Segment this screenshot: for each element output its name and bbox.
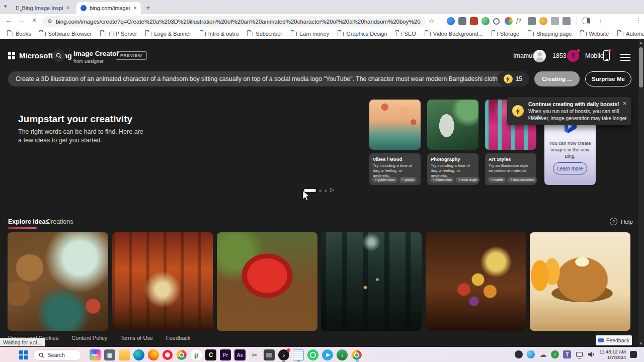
bookmark-folder[interactable]: Graphics Design [338, 31, 387, 37]
bookmark-folder[interactable]: Automatically Adio... [617, 31, 644, 37]
prompt-input[interactable]: Create a 3D illustration of an animated … [8, 71, 529, 86]
screen-capture-icon[interactable] [264, 349, 275, 360]
bookmark-folder[interactable]: Earn money [291, 31, 329, 37]
surprise-me-button[interactable]: Surprise Me [585, 71, 631, 86]
bookmark-folder[interactable]: Video Background... [425, 31, 483, 37]
tab-search-chevron-icon[interactable]: ▾ [4, 3, 7, 10]
teams-icon[interactable]: T [563, 350, 571, 358]
page-scrollbar[interactable]: ▲ ▼ [638, 39, 644, 347]
avatar[interactable] [533, 50, 546, 62]
gallery-image-red-maple-leaf[interactable] [217, 232, 317, 331]
toast-close-icon[interactable]: × [623, 100, 626, 107]
idea-card-art-styles[interactable]: Art Styles Try an illustration style, ar… [485, 153, 536, 185]
learn-more-button[interactable]: Learn more [553, 162, 587, 174]
footer-link-content-policy[interactable]: Content Policy [71, 335, 107, 341]
idm-icon[interactable]: ↓ [337, 349, 348, 360]
opera-icon[interactable] [163, 350, 173, 360]
tag-pill[interactable]: + wide angle [456, 177, 479, 183]
tab-inspiration-feed[interactable]: Bing Image Inspiration Feed × [12, 2, 73, 14]
gallery-image-cornucopia[interactable] [426, 232, 526, 331]
whatsapp-icon[interactable] [307, 349, 318, 360]
calculator-icon[interactable]: ▦ [104, 349, 115, 360]
taskbar-clock[interactable]: 11:48:12 AM 1/7/2024 [599, 349, 626, 360]
tab-close-icon[interactable]: × [66, 5, 69, 12]
rewards-points[interactable]: 1853 [552, 52, 567, 59]
user-name[interactable]: Imamul [513, 52, 534, 59]
gallery-image-autumn-cabin[interactable] [112, 232, 213, 331]
url-text[interactable]: bing.com/images/create?q=Create%20a%203D… [56, 19, 421, 25]
tray-blue-app-icon[interactable] [527, 350, 535, 358]
bookmark-folder[interactable]: Logo & Banner [145, 31, 191, 37]
gallery-image-pancakes-juice[interactable] [530, 232, 630, 331]
scrollbar-thumb[interactable] [639, 47, 643, 87]
tab-creations[interactable]: Creations [46, 218, 73, 225]
tab-explore-ideas[interactable]: Explore ideas [8, 218, 49, 225]
feedback-button[interactable]: Feedback [596, 335, 632, 345]
tag-pill[interactable]: + impressionism [508, 177, 536, 183]
idea-card-vibes-mood[interactable]: Vibes / Mood Try including a time of day… [369, 153, 421, 185]
gallery-image-bears-cozy-den[interactable] [8, 232, 108, 331]
notepad-icon[interactable] [293, 349, 304, 360]
tag-pill[interactable]: + 85mm lens [430, 177, 454, 183]
idea-image-vibes-mood[interactable] [369, 100, 421, 150]
chrome-active-icon[interactable] [351, 349, 362, 360]
onedrive-cloud-icon[interactable]: ☁ [539, 350, 547, 358]
extension-icon-globe[interactable] [481, 17, 490, 25]
telegram-icon[interactable] [322, 349, 333, 360]
tag-pill[interactable]: + playful [399, 177, 417, 183]
extension-icon-video[interactable] [447, 17, 455, 25]
downloads-icon[interactable]: ↓ [599, 17, 602, 24]
edge-icon[interactable] [133, 349, 144, 360]
chrome-icon[interactable] [176, 349, 187, 360]
network-icon[interactable] [575, 350, 583, 358]
taskbar-search[interactable]: Search [33, 349, 82, 360]
new-tab-button[interactable]: + [146, 3, 150, 12]
site-settings-icon[interactable]: ⚙ [47, 18, 52, 25]
capcut-icon[interactable]: C [205, 349, 216, 360]
extension-icon-notes[interactable] [551, 17, 559, 25]
help-link[interactable]: ? Help [610, 218, 633, 225]
extension-icon-magnifier[interactable] [493, 18, 500, 25]
bookmark-folder[interactable]: Shipping page [528, 31, 572, 37]
scrollbar-down-icon[interactable]: ▼ [638, 341, 644, 346]
mobile-label[interactable]: Mobile [585, 52, 604, 59]
notification-center-icon[interactable] [630, 351, 637, 358]
extension-icon-camera[interactable] [528, 17, 536, 25]
carousel-dot[interactable] [325, 190, 327, 192]
browser-menu-icon[interactable]: ⋮ [635, 17, 641, 24]
prompt-text[interactable]: Create a 3D illustration of an animated … [8, 75, 498, 82]
gallery-image-gothic-castle[interactable] [321, 232, 422, 331]
utorrent-icon[interactable]: µ [191, 349, 202, 360]
split-screen-icon[interactable] [583, 18, 590, 24]
back-button[interactable]: ← [4, 16, 14, 24]
scrollbar-up-icon[interactable]: ▲ [638, 40, 644, 45]
snipping-tool-icon[interactable]: ✂ [249, 349, 260, 360]
tag-pill[interactable]: + marble [488, 177, 506, 183]
bookmark-folder[interactable]: Books [7, 31, 31, 37]
rewards-medal-icon[interactable] [567, 50, 579, 62]
tab-bing-create[interactable]: bing.com/images/create?q=Cre × [76, 2, 141, 14]
stop-loading-button[interactable]: × [29, 16, 39, 24]
file-explorer-icon[interactable] [119, 349, 130, 360]
tag-pill[interactable]: + golden hour [372, 177, 397, 183]
after-effects-icon[interactable]: Ae [234, 349, 246, 360]
header-search-button[interactable] [52, 49, 65, 62]
app-icon-pre[interactable]: PRE [90, 349, 101, 360]
premiere-pro-icon[interactable]: Pr [220, 349, 231, 360]
footer-link-feedback[interactable]: Feedback [166, 335, 190, 341]
bookmark-folder[interactable]: Software Browser [40, 31, 92, 37]
phone-icon[interactable] [603, 50, 610, 61]
carousel-dot[interactable] [319, 190, 321, 192]
bookmark-folder[interactable]: Subscriber [247, 31, 282, 37]
security-shield-icon[interactable]: ✓ [551, 350, 559, 358]
volume-icon[interactable] [587, 350, 595, 358]
footer-link-terms[interactable]: Terms of Use [120, 335, 153, 341]
bookmark-folder[interactable]: FTP Server [100, 31, 137, 37]
bookmark-folder[interactable]: SEO [396, 31, 416, 37]
firefox-icon[interactable] [148, 349, 159, 360]
create-button[interactable]: Creating ... [534, 71, 580, 86]
idea-card-photography[interactable]: Photography Try including a time of day,… [427, 153, 478, 185]
address-bar[interactable]: ⚙ bing.com/images/create?q=Create%20a%20… [42, 16, 426, 27]
extension-icon-orange[interactable] [539, 17, 547, 25]
tab-close-icon[interactable]: × [133, 5, 137, 12]
